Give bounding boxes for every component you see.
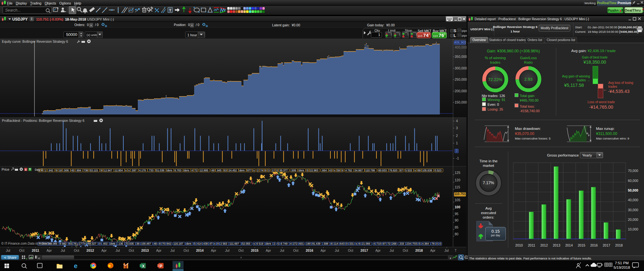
svg-text:5 533: 5 533: [405, 169, 412, 172]
svg-text:0: 0: [346, 242, 348, 245]
svg-text:70,000: 70,000: [628, 169, 638, 173]
svg-text:35.377: 35.377: [279, 169, 288, 172]
svg-text:72.22%: 72.22%: [488, 77, 503, 82]
svg-text:.402: .402: [102, 242, 108, 245]
svg-text:9: 9: [342, 169, 343, 172]
svg-text:.945: .945: [216, 169, 222, 172]
svg-text:72: 72: [387, 242, 391, 245]
svg-text:45: 45: [71, 169, 74, 172]
svg-text:2014: 2014: [565, 243, 573, 247]
svg-text:60,000: 60,000: [628, 179, 638, 183]
svg-text:73.835: 73.835: [126, 242, 134, 245]
svg-text:6: 6: [359, 242, 360, 245]
svg-text:ders: ders: [299, 169, 304, 172]
svg-text:5: 5: [419, 242, 420, 245]
svg-text:2012: 2012: [540, 243, 548, 247]
svg-text:4.384: 4.384: [422, 242, 429, 245]
svg-text:0: 0: [99, 242, 101, 245]
svg-text:s: s: [356, 242, 357, 245]
svg-text:10,000: 10,000: [628, 227, 638, 231]
svg-text:2 583: 2 583: [220, 242, 227, 245]
svg-text:78: 78: [431, 242, 435, 245]
svg-text:18: 18: [59, 169, 62, 172]
svg-text:s: s: [414, 169, 416, 172]
svg-text:ders: ders: [186, 242, 191, 245]
svg-text:s: s: [214, 242, 215, 245]
svg-text:8: 8: [159, 242, 161, 245]
svg-text:97: 97: [383, 242, 386, 245]
svg-text:2013: 2013: [553, 243, 561, 247]
svg-text:22.983: 22.983: [310, 169, 318, 172]
svg-text:0: 0: [276, 169, 278, 172]
svg-text:s: s: [84, 242, 85, 245]
svg-text:T: T: [169, 8, 171, 12]
svg-text:4: 4: [290, 242, 291, 245]
svg-text:272: 272: [293, 242, 298, 245]
svg-text:53.115: 53.115: [90, 169, 98, 172]
svg-text:703: 703: [412, 242, 417, 245]
svg-text:4 762: 4 762: [345, 169, 352, 172]
svg-text:17: 17: [272, 169, 275, 172]
svg-text:70: 70: [162, 242, 165, 245]
svg-text:69: 69: [418, 169, 421, 172]
svg-text:38: 38: [136, 242, 139, 245]
svg-text:.994: .994: [76, 169, 81, 172]
svg-text:87: 87: [400, 169, 403, 172]
svg-text:3: 3: [268, 169, 270, 172]
svg-text:439: 439: [203, 242, 208, 245]
svg-text:414: 414: [197, 242, 202, 245]
svg-text:43: 43: [329, 169, 332, 172]
svg-text:s: s: [253, 242, 255, 245]
svg-text:47: 47: [209, 242, 213, 245]
svg-text:6 749: 6 749: [281, 242, 288, 245]
svg-text:234: 234: [406, 242, 411, 245]
svg-text:.597: .597: [131, 169, 137, 172]
svg-text:738: 738: [84, 169, 88, 172]
svg-text:100.487: 100.487: [141, 242, 151, 245]
svg-text:93: 93: [69, 242, 72, 245]
svg-text:ders: ders: [266, 242, 271, 245]
svg-text:17: 17: [79, 242, 82, 245]
svg-text:34.667: 34.667: [355, 169, 363, 172]
svg-text:.664: .664: [321, 169, 327, 172]
svg-text:.506: .506: [63, 169, 69, 172]
svg-text:12.995: 12.995: [200, 169, 208, 172]
svg-text:2010: 2010: [515, 243, 523, 247]
svg-text:21.066: 21.066: [362, 242, 370, 245]
svg-text:268: 268: [392, 242, 396, 245]
svg-text:84.327: 84.327: [88, 242, 96, 245]
svg-text:ders: ders: [167, 169, 172, 172]
svg-text:9: 9: [217, 242, 219, 245]
svg-text:24.452: 24.452: [229, 169, 237, 172]
svg-text:8: 8: [265, 169, 267, 172]
svg-text:643: 643: [340, 242, 345, 245]
svg-text:2011: 2011: [528, 243, 535, 247]
svg-text:74: 74: [260, 169, 263, 172]
svg-text:4.176: 4.176: [139, 169, 146, 172]
svg-text:842: 842: [166, 242, 171, 245]
svg-text:110.799: 110.799: [365, 169, 375, 172]
svg-text:5: 5: [194, 242, 196, 245]
svg-text:105.638: 105.638: [422, 169, 432, 172]
svg-text:48: 48: [212, 169, 215, 172]
svg-text:40,000: 40,000: [628, 198, 638, 202]
svg-text:60.933: 60.933: [378, 169, 387, 172]
svg-text:.733: .733: [148, 169, 154, 172]
svg-text:2: 2: [274, 242, 275, 245]
svg-text:2017: 2017: [603, 243, 611, 247]
svg-text:4: 4: [192, 169, 193, 172]
svg-text:2016: 2016: [590, 243, 598, 247]
svg-text:81.439: 81.439: [312, 242, 320, 245]
svg-text:2: 2: [257, 169, 259, 172]
svg-text:.942: .942: [48, 169, 53, 172]
svg-text:2.93: 2.93: [524, 77, 532, 82]
svg-text:ders: ders: [239, 169, 244, 172]
svg-text:7.17%: 7.17%: [483, 181, 494, 185]
svg-text:12.947: 12.947: [104, 169, 112, 172]
svg-text:5: 5: [278, 242, 279, 245]
svg-text:0.523: 0.523: [435, 169, 441, 172]
svg-text:116.187: 116.187: [174, 242, 183, 245]
svg-text:0: 0: [440, 242, 441, 245]
svg-text:114: 114: [334, 242, 338, 245]
svg-text:72: 72: [194, 169, 198, 172]
